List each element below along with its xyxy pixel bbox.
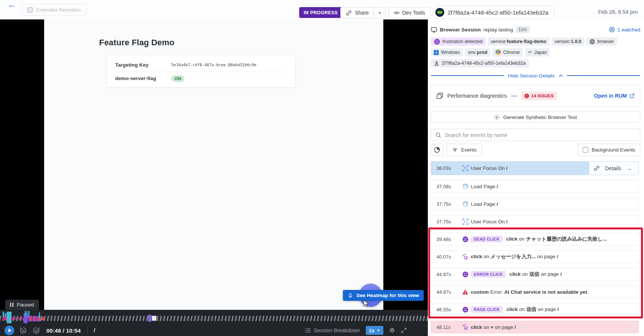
event-time: 36.03s: [436, 165, 460, 171]
service-tag[interactable]: service:feature-flag-demo: [488, 37, 549, 46]
issues-badge[interactable]: 14 ISSUES: [521, 92, 557, 100]
frustration-type-badge: ERROR CLICK: [471, 271, 506, 278]
session-breakdown-button[interactable]: Session Breakdown: [305, 327, 360, 333]
event-description: User Focus On /: [471, 165, 507, 171]
event-search-input[interactable]: [445, 132, 636, 138]
session-type: Browser Session: [440, 27, 481, 33]
timeline-track[interactable]: [0, 316, 428, 321]
generate-synthetic-test-button[interactable]: Generate Synthetic Browser Test: [431, 112, 640, 123]
event-time: 46.55s: [436, 307, 460, 312]
caret-down-icon: ▼: [377, 329, 380, 332]
diagnostics-separator: —: [511, 92, 517, 99]
details-label: Details: [605, 165, 621, 171]
browser-name-tag[interactable]: Chrome: [493, 48, 522, 56]
field-label: Targeting Key: [115, 62, 171, 68]
event-row[interactable]: 40.07sclick on メッセージを入力... on page /: [431, 250, 639, 263]
background-events-toggle[interactable]: Background Events: [578, 144, 640, 156]
feature-flag-card: Targeting Key 5e16a4b7-c4f8-487a-bcee-88…: [107, 56, 295, 87]
session-timestamp: Feb 28, 6:54 pm: [598, 9, 638, 15]
play-icon: [8, 328, 12, 333]
event-time: 37.75s: [436, 201, 460, 207]
browser-tag[interactable]: browser: [586, 37, 617, 46]
skip-forward-button[interactable]: 10: [32, 326, 40, 335]
event-row[interactable]: 39.48sDEAD CLICKclick on チャット履歴の読み込みに失敗し…: [431, 233, 639, 245]
event-details-action[interactable]: Details→: [589, 162, 638, 175]
events-filter-button[interactable]: Events: [447, 144, 482, 156]
extended-retention-checkbox[interactable]: [27, 7, 33, 13]
event-time: 48.11s: [436, 324, 460, 330]
performance-diagnostics-card: Performance diagnostics — 14 ISSUES Open…: [431, 85, 640, 107]
event-description: click on 送信 on page /: [509, 271, 562, 278]
pause-icon: [10, 303, 13, 307]
share-button[interactable]: Share: [341, 7, 374, 18]
event-row[interactable]: 44.87sERROR CLICKclick on 送信 on page /: [431, 268, 639, 281]
extended-retention-button[interactable]: Extended Retention: [22, 4, 86, 16]
event-row[interactable]: 36.03sUser Focus On /Details→: [431, 161, 639, 175]
session-type-suffix: replay lasting: [484, 27, 513, 33]
country-tag[interactable]: JPJapan: [525, 48, 550, 56]
tag-label: frustration detected: [442, 39, 482, 44]
svg-text:10: 10: [35, 329, 38, 333]
extended-retention-label: Extended Retention: [36, 7, 81, 13]
event-time: 44.87s: [436, 289, 460, 295]
divider-line: [431, 75, 504, 76]
dev-tools-label: Dev Tools: [402, 10, 425, 16]
play-button[interactable]: [4, 326, 14, 335]
hide-session-details[interactable]: Hide Session Details: [431, 72, 640, 79]
open-in-rum-label: Open in RUM: [594, 93, 627, 99]
event-row[interactable]: 37.08sLoad Page /: [431, 180, 639, 193]
skip-back-button[interactable]: 10: [19, 326, 27, 335]
issues-alert-icon: [524, 94, 529, 98]
event-description: click on × on page /: [471, 324, 516, 330]
external-link-icon: [629, 93, 635, 98]
page-load-icon: [460, 183, 471, 190]
divider-line: [567, 75, 640, 76]
tag-label: service:feature-flag-demo: [491, 39, 546, 44]
player-bar: 10 10 00:48 / 10:54 / Session Breakdown …: [0, 310, 428, 336]
event-description: click on 送信 on page /: [506, 306, 559, 313]
link-icon[interactable]: [594, 165, 600, 171]
windows-icon: [434, 50, 439, 55]
user-id-tag[interactable]: 2f7f6a2a-4748-45c2-af50-1efa143eb32a: [431, 59, 529, 67]
watched-count[interactable]: 1 watched: [609, 27, 640, 33]
dev-tools-button[interactable]: </> Dev Tools: [389, 7, 430, 18]
event-search: [431, 129, 640, 141]
frustration-tag[interactable]: frustration detected: [431, 37, 485, 46]
tag-label: Windows: [441, 50, 460, 55]
player-right-controls: Session Breakdown 1x ▼: [305, 326, 407, 335]
share-dropdown-button[interactable]: ▾: [374, 7, 385, 18]
event-row[interactable]: 37.75sLoad Page /: [431, 198, 639, 210]
settings-gear-button[interactable]: [389, 327, 395, 334]
player-controls: 10 10 00:48 / 10:54 / Session Breakdown …: [4, 326, 423, 335]
os-tag[interactable]: Windows: [431, 48, 463, 56]
monitor-icon: [431, 27, 437, 33]
link-icon: [346, 10, 352, 16]
version-tag[interactable]: version:1.0.0: [552, 37, 585, 46]
env-tag[interactable]: env:prod: [465, 48, 490, 56]
svg-text:10: 10: [22, 329, 25, 333]
event-row[interactable]: 37.75sUser Focus On /: [431, 215, 639, 228]
duration-badge: 11m: [516, 26, 529, 33]
event-row[interactable]: 46.55sRAGE CLICKclick on 送信 on page /: [431, 303, 639, 316]
timeline-event-marker: [33, 316, 36, 321]
flag-name: demo-server-flag: [115, 76, 171, 81]
session-id-pill[interactable]: 2f7f6a2a-4748-45c2-af50-1efa143eb32a: [432, 6, 555, 19]
tag-label: browser: [597, 39, 614, 44]
heatmap-button[interactable]: See Heatmap for this view: [343, 290, 424, 301]
event-row[interactable]: 44.87scustom Error: AI Chat service is n…: [431, 285, 639, 298]
session-details-panel: Browser Session replay lasting 11m 1 wat…: [428, 19, 644, 336]
playhead[interactable]: [148, 315, 151, 322]
generate-synthetic-label: Generate Synthetic Browser Test: [503, 114, 577, 120]
playback-speed-button[interactable]: 1x ▼: [366, 326, 383, 335]
timeline-event-marker: [41, 317, 45, 320]
open-in-rum-link[interactable]: Open in RUM: [594, 93, 635, 99]
status-badge: IN PROGRESS: [299, 7, 342, 18]
pie-chart-icon: [434, 147, 440, 153]
event-row[interactable]: 48.11sclick on × on page /: [431, 321, 639, 333]
fullscreen-button[interactable]: [401, 327, 407, 333]
heatmap-icon: [348, 293, 353, 298]
filter-icon: [452, 147, 458, 153]
analytics-toggle-button[interactable]: [431, 144, 443, 156]
list-icon: [305, 327, 311, 333]
background-events-checkbox[interactable]: [583, 147, 588, 153]
